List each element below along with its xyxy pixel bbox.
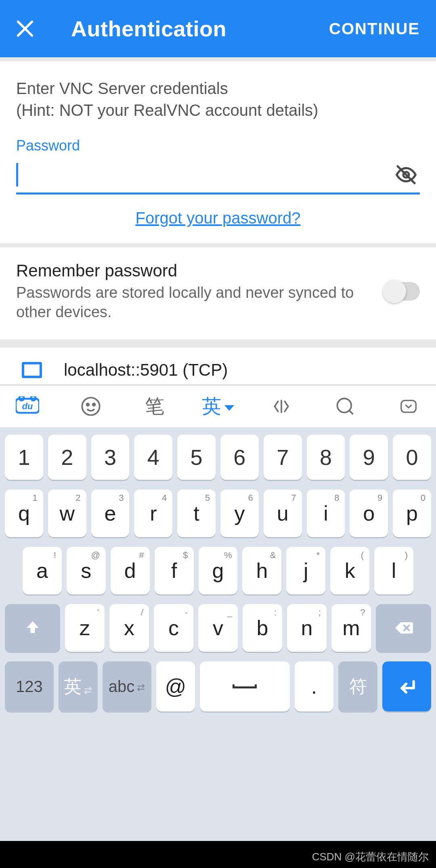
key-f[interactable]: $f [155,547,194,594]
key-v[interactable]: _v [198,604,238,652]
credentials-hint-line1: Enter VNC Server credentials [16,77,420,99]
key-p[interactable]: 0p [393,489,431,537]
connection-address[interactable]: localhost::5901 (TCP) [64,360,228,380]
key-z[interactable]: 'z [65,604,105,652]
monitor-icon [22,362,42,378]
key-8[interactable]: 8 [307,435,345,480]
key-n[interactable]: ;n [287,604,327,652]
key-b[interactable]: :b [243,604,282,652]
at-key[interactable]: @ [156,661,195,711]
credentials-hint-line2: (Hint: NOT your RealVNC account details) [16,99,420,121]
key-e[interactable]: 3e [91,489,130,537]
numeric-mode-key[interactable]: 123 [5,661,54,711]
alpha-mode-key[interactable]: abc⇄ [103,661,151,711]
collapse-keyboard-icon[interactable] [396,394,421,418]
key-c[interactable]: -c [154,604,193,652]
key-4[interactable]: 4 [134,435,172,480]
cursor-mode-icon[interactable] [269,394,293,418]
key-3[interactable]: 3 [91,435,130,480]
key-l[interactable]: )l [374,547,413,594]
emoji-icon[interactable] [79,394,103,418]
key-h[interactable]: &h [242,547,281,594]
close-icon[interactable] [15,18,36,39]
key-t[interactable]: 5t [177,489,216,537]
search-icon[interactable] [333,394,357,418]
key-5[interactable]: 5 [177,435,216,480]
key-k[interactable]: (k [330,547,369,594]
remember-password-toggle[interactable] [384,282,420,301]
forgot-password-link[interactable]: Forgot your password? [135,209,300,227]
watermark-text: CSDN @花蕾依在情随尔 [312,850,429,864]
key-j[interactable]: *j [286,547,325,594]
key-r[interactable]: 4r [134,489,172,537]
period-key[interactable]: . [295,661,334,711]
backspace-icon [394,618,413,638]
page-title: Authentication [71,16,226,41]
password-input[interactable] [18,157,392,192]
space-key[interactable] [200,661,289,711]
key-d[interactable]: #d [111,547,150,594]
eye-off-icon [395,163,417,186]
svg-point-11 [337,399,351,413]
svg-point-9 [93,404,95,406]
key-1[interactable]: 1 [5,435,43,480]
shift-key[interactable] [5,604,60,652]
svg-line-12 [349,411,353,414]
key-6[interactable]: 6 [220,435,259,480]
remember-password-title: Remember password [16,261,372,280]
key-0[interactable]: 0 [393,435,431,480]
key-o[interactable]: 9o [350,489,388,537]
soft-keyboard[interactable]: du 笔 英 [0,385,436,841]
symbols-key[interactable]: 符 [338,661,377,711]
svg-text:du: du [22,401,33,411]
backspace-key[interactable] [376,604,431,652]
key-a[interactable]: !a [23,547,62,594]
chevron-down-icon [224,405,234,411]
baidu-ime-icon[interactable]: du [15,394,40,418]
svg-point-7 [82,397,100,415]
space-icon [233,684,257,688]
language-mode-button[interactable]: 英 [206,394,230,418]
svg-rect-13 [401,400,416,412]
key-m[interactable]: ?m [331,604,371,652]
password-label: Password [16,137,420,154]
key-x[interactable]: /x [109,604,149,652]
svg-point-8 [87,404,89,406]
toggle-knob [383,280,406,303]
language-mode-label: 英 [202,393,221,419]
key-y[interactable]: 6y [220,489,259,537]
key-2[interactable]: 2 [48,435,86,480]
enter-icon [397,676,417,696]
language-switch-key[interactable]: 英⇄ [59,661,98,711]
key-7[interactable]: 7 [264,435,302,480]
key-s[interactable]: @s [67,547,106,594]
continue-button[interactable]: CONTINUE [329,20,420,38]
handwriting-mode-button[interactable]: 笔 [143,394,167,418]
enter-key[interactable] [382,661,431,711]
key-9[interactable]: 9 [350,435,388,480]
key-i[interactable]: 8i [307,489,345,537]
key-q[interactable]: 1q [5,489,43,537]
shift-icon [24,619,42,637]
remember-password-subtitle: Passwords are stored locally and never s… [16,283,372,322]
toggle-password-visibility-button[interactable] [392,161,420,188]
key-u[interactable]: 7u [264,489,302,537]
key-w[interactable]: 2w [48,489,86,537]
key-g[interactable]: %g [199,547,238,594]
